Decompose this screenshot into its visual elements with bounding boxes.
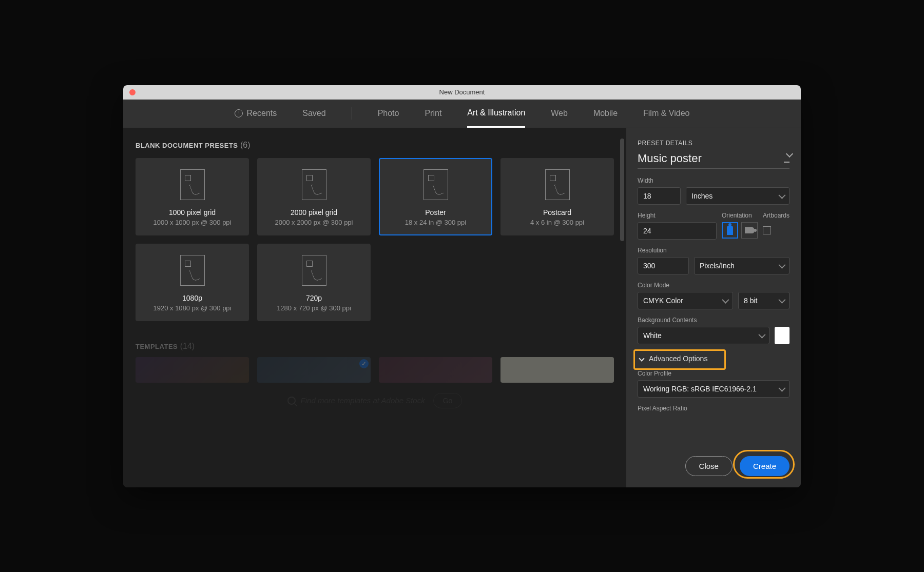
advanced-label: Advanced Options xyxy=(649,354,707,363)
tab-web[interactable]: Web xyxy=(551,100,568,128)
resolution-unit-select[interactable]: Pixels/Inch xyxy=(694,257,790,274)
bg-contents-select[interactable]: White xyxy=(638,327,769,344)
resolution-input[interactable] xyxy=(638,257,689,274)
tab-photo[interactable]: Photo xyxy=(378,100,399,128)
orientation-portrait[interactable] xyxy=(722,222,738,239)
artboards-checkbox[interactable] xyxy=(763,226,771,234)
width-label: Width xyxy=(638,177,790,184)
preset-name: 2000 pixel grid xyxy=(263,208,364,216)
color-profile-select[interactable]: Working RGB: sRGB IEC61966-2.1 xyxy=(638,380,790,398)
unit-select[interactable]: Inches xyxy=(686,187,790,205)
document-icon xyxy=(424,169,448,200)
preset-name: Postcard xyxy=(507,208,608,216)
template-thumbnail[interactable] xyxy=(500,357,614,383)
bg-value: White xyxy=(643,331,662,340)
preset-dims: 1000 x 1000 px @ 300 ppi xyxy=(142,219,243,226)
preset-count: (6) xyxy=(240,141,251,149)
stock-search-input[interactable]: Find more templates at Adobe Stock xyxy=(287,396,425,405)
height-label: Height xyxy=(638,212,717,219)
templates-heading: TEMPLATES xyxy=(136,343,178,350)
resolution-label: Resolution xyxy=(638,247,790,254)
scrollbar[interactable] xyxy=(620,139,624,241)
unit-value: Inches xyxy=(691,192,713,200)
category-tabs: Recents Saved Photo Print Art & Illustra… xyxy=(123,100,801,128)
section-title: BLANK DOCUMENT PRESETS xyxy=(136,142,238,149)
create-button[interactable]: Create xyxy=(740,456,790,476)
chevron-down-icon xyxy=(639,356,644,361)
chevron-down-icon xyxy=(778,261,785,268)
clock-icon xyxy=(235,109,243,117)
orientation-label: Orientation xyxy=(722,212,758,219)
pixel-aspect-label: Pixel Aspect Ratio xyxy=(638,405,790,412)
tab-label: Recents xyxy=(247,109,277,118)
search-placeholder: Find more templates at Adobe Stock xyxy=(301,396,425,405)
color-mode-value: CMYK Color xyxy=(643,297,683,305)
presets-pane: BLANK DOCUMENT PRESETS (6) 1000 pixel gr… xyxy=(123,128,626,487)
tab-film-video[interactable]: Film & Video xyxy=(643,100,689,128)
preset-dims: 1920 x 1080 px @ 300 ppi xyxy=(142,304,243,312)
color-profile-value: Working RGB: sRGB IEC61966-2.1 xyxy=(643,385,757,393)
template-thumbnail[interactable] xyxy=(257,357,371,383)
bg-color-swatch[interactable] xyxy=(775,327,790,344)
preset-1000-grid[interactable]: 1000 pixel grid 1000 x 1000 px @ 300 ppi xyxy=(136,158,249,235)
tab-saved[interactable]: Saved xyxy=(302,100,325,128)
chevron-down-icon xyxy=(758,331,765,338)
chevron-down-icon xyxy=(778,191,785,199)
document-icon xyxy=(545,169,570,200)
resolution-unit-value: Pixels/Inch xyxy=(700,262,735,270)
template-thumbnail[interactable] xyxy=(379,357,492,383)
tab-divider xyxy=(352,107,352,120)
search-icon xyxy=(287,397,296,405)
template-thumbnail[interactable] xyxy=(136,357,249,383)
color-mode-select[interactable]: CMYK Color xyxy=(638,292,733,309)
preset-dims: 2000 x 2000 px @ 300 ppi xyxy=(263,219,364,226)
preset-1080p[interactable]: 1080p 1920 x 1080 px @ 300 ppi xyxy=(136,244,249,321)
tab-print[interactable]: Print xyxy=(425,100,441,128)
document-icon xyxy=(180,255,205,286)
tab-recents[interactable]: Recents xyxy=(235,100,277,128)
advanced-options-toggle[interactable]: Advanced Options xyxy=(638,351,790,366)
width-input[interactable] xyxy=(638,187,681,205)
preset-name: 720p xyxy=(263,294,364,302)
preset-2000-grid[interactable]: 2000 pixel grid 2000 x 2000 px @ 300 ppi xyxy=(257,158,371,235)
person-icon xyxy=(727,226,733,235)
chevron-down-icon xyxy=(722,296,729,303)
preset-postcard[interactable]: Postcard 4 x 6 in @ 300 ppi xyxy=(500,158,614,235)
tab-art-illustration[interactable]: Art & Illustration xyxy=(467,100,525,128)
preset-dims: 18 x 24 in @ 300 ppi xyxy=(385,219,486,226)
titlebar: New Document xyxy=(123,85,801,100)
color-mode-label: Color Mode xyxy=(638,282,790,289)
bit-depth-value: 8 bit xyxy=(744,297,757,305)
height-input[interactable] xyxy=(638,222,717,240)
close-button[interactable]: Close xyxy=(685,456,733,476)
window-title: New Document xyxy=(123,88,801,96)
preset-details-pane: PRESET DETAILS Width Inches Height xyxy=(626,128,801,487)
chevron-down-icon xyxy=(778,296,785,303)
preset-name: 1000 pixel grid xyxy=(142,208,243,216)
preset-name-input[interactable] xyxy=(638,152,779,165)
document-icon xyxy=(302,169,326,200)
templates-section: TEMPLATES (14) Find more templates at Ad… xyxy=(136,342,614,408)
preset-dims: 1280 x 720 px @ 300 ppi xyxy=(263,304,364,312)
preset-dims: 4 x 6 in @ 300 ppi xyxy=(507,219,608,226)
new-document-dialog: New Document Recents Saved Photo Print A… xyxy=(123,85,801,487)
document-icon xyxy=(180,169,205,200)
artboards-label: Artboards xyxy=(763,212,790,219)
details-heading: PRESET DETAILS xyxy=(638,140,790,147)
templates-count: (14) xyxy=(180,342,195,350)
save-preset-icon[interactable] xyxy=(784,154,790,163)
chevron-down-icon xyxy=(778,384,785,391)
bg-label: Background Contents xyxy=(638,317,790,324)
tab-mobile[interactable]: Mobile xyxy=(593,100,618,128)
bit-depth-select[interactable]: 8 bit xyxy=(738,292,790,309)
preset-name: 1080p xyxy=(142,294,243,302)
document-icon xyxy=(302,255,326,286)
preset-poster[interactable]: Poster 18 x 24 in @ 300 ppi xyxy=(379,158,492,235)
preset-720p[interactable]: 720p 1280 x 720 px @ 300 ppi xyxy=(257,244,371,321)
presets-heading: BLANK DOCUMENT PRESETS (6) xyxy=(136,141,614,150)
preset-name: Poster xyxy=(385,208,486,216)
person-icon xyxy=(745,227,754,233)
orientation-landscape[interactable] xyxy=(741,222,758,239)
color-profile-label: Color Profile xyxy=(638,370,790,377)
go-button[interactable]: Go xyxy=(433,393,463,408)
